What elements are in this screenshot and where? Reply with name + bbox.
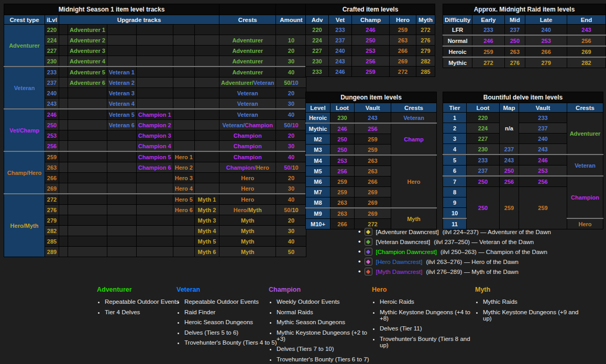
page: Midnight Season 1 item level tracks Cres…: [0, 0, 606, 364]
crest-part-1: Myth: [241, 249, 255, 255]
track-cell-adventurer: [68, 173, 107, 183]
track-cell-champion: Champion 5: [136, 151, 173, 162]
crest-link[interactable]: [Myth Dawncrest]: [376, 269, 423, 275]
col-header-loot: Loot: [467, 103, 500, 113]
crest-type-cell: Veteran: [4, 67, 45, 109]
track-cell-adventurer: Adventurer 5: [68, 67, 107, 78]
delve-tier-cell: 3: [443, 134, 467, 144]
track-cell-hero: Hero 2: [173, 162, 194, 173]
ilvl-cell: 243: [45, 98, 59, 109]
crest-part-1: Champion: [234, 133, 262, 139]
dungeon-level-cell: M8: [306, 197, 330, 208]
track-cell-hero: [173, 25, 194, 35]
amount-part-2: 10: [292, 207, 299, 213]
delve-vault-cell: 246: [519, 155, 567, 166]
track-cell-hero: [173, 35, 194, 46]
legend-item: •[Myth Dawncrest](ilvl 276–289) — Myth o…: [358, 267, 551, 277]
track-cell-hero: [173, 215, 194, 226]
track-cell-adventurer: Adventurer 1: [68, 25, 107, 35]
track-cell-veteran: [107, 130, 136, 141]
crest-link[interactable]: [Veteran Dawncrest]: [376, 239, 431, 245]
dungeon-vault-cell: 263: [355, 166, 391, 177]
delve-crest-cell: Adventurer: [567, 113, 603, 155]
dungeon-vault-cell: 269: [355, 208, 391, 219]
ilvl-cell: 256: [45, 141, 59, 152]
amount-part-1: 30: [288, 228, 294, 234]
legend-item: •[Veteran Dawncrest](ilvl 237–250) — Vet…: [358, 237, 551, 247]
bullet-icon: •: [358, 228, 361, 236]
ilvl-cell: 246: [45, 109, 59, 120]
crest-link[interactable]: [Champion Dawncrest]: [376, 249, 437, 255]
track-cell-veteran: [107, 141, 136, 152]
ilvl-cell: 240: [45, 88, 59, 98]
delve-loot-cell: 237: [467, 166, 500, 177]
crest-type-cell: Hero/Myth: [4, 194, 45, 257]
track-cell-veteran: [107, 226, 136, 236]
crest-part-2: Myth: [248, 207, 262, 213]
amount-part-1: 20: [288, 90, 294, 96]
crafted-cell: 243: [329, 56, 352, 67]
source-item: Normal Raids: [277, 309, 373, 315]
delve-crest-cell: Champion: [567, 176, 603, 218]
ilvl-cell: 259: [45, 151, 59, 162]
dungeon-loot-cell: 259: [330, 177, 355, 187]
crest-link[interactable]: [Hero Dawncrest]: [376, 259, 423, 265]
track-cell-champion: [136, 236, 173, 247]
track-cell-hero: [173, 98, 194, 109]
amount-cell: 30: [276, 226, 306, 236]
crest-type-cell: Adventurer: [4, 25, 45, 67]
crafted-cell: 233: [306, 67, 329, 77]
crafted-cell: 240: [329, 46, 352, 56]
ilvl-cell: 227: [45, 46, 59, 56]
track-cell-myth: Myth 5: [194, 236, 219, 247]
legend-item: •[Hero Dawncrest](ilvl 263–276) — Hero o…: [358, 257, 551, 267]
amount-part-1: 20: [288, 217, 294, 224]
delve-vault-cell: 240: [519, 134, 567, 144]
delve-map-cell: 237: [500, 144, 519, 155]
ilvl-cell: 272: [45, 194, 59, 205]
raid-value-cell: 240: [525, 25, 567, 36]
dungeon-loot-cell: 230: [330, 113, 355, 124]
track-cell-champion: [136, 67, 173, 78]
dungeon-loot-cell: 250: [330, 145, 355, 156]
delve-map-cell: 259: [500, 187, 519, 229]
delve-loot-cell: 220: [467, 113, 500, 123]
sources-list: Heroic Raids Mythic Keystone Dungeons (+…: [372, 299, 477, 348]
delve-crest-cell: Veteran: [567, 155, 603, 176]
dungeon-level-cell: M3: [306, 145, 330, 156]
crest-part-1: Champion: [234, 154, 262, 160]
track-cell-adventurer: Adventurer 3: [68, 46, 107, 56]
crest-icon: [365, 228, 372, 236]
amount-cell: 20: [276, 46, 306, 56]
crest-link[interactable]: [Adventurer Dawncrest]: [376, 229, 439, 235]
dungeon-level-cell: M6: [306, 177, 330, 187]
sources-header: Veteran: [177, 286, 281, 293]
source-item: Mythic Raids: [483, 299, 580, 305]
col-header-upgrade-tracks: Upgrade tracks: [59, 15, 219, 25]
crests-cell: [219, 25, 276, 35]
amount-part-1: 50/: [284, 207, 292, 213]
crafted-table-title: Crafted item levels: [306, 4, 435, 15]
crests-cell: Adventurer: [219, 46, 276, 56]
dungeon-vault-cell: 256: [355, 123, 391, 134]
track-cell-veteran: Veteran 4: [107, 98, 136, 109]
delve-loot-cell: 233: [467, 155, 500, 166]
amount-part-1: 50/: [284, 80, 292, 86]
delve-map-cell: 243: [500, 155, 519, 166]
track-cell-myth: [194, 183, 219, 194]
col-header-crest-type: Crest type: [4, 15, 45, 25]
delve-map-cell: n/a: [500, 113, 519, 144]
title-empty-cell: [219, 4, 276, 15]
track-cell-veteran: Veteran 1: [107, 67, 136, 78]
track-cell-adventurer: [68, 215, 107, 226]
raid-difficulty-cell: Normal: [443, 35, 472, 46]
crests-cell: Adventurer: [219, 56, 276, 67]
amount-cell: 20: [276, 173, 306, 183]
col-header-crests: Crests: [391, 103, 437, 113]
col-header-vault: Vault: [355, 103, 391, 113]
ilvl-cell: 289: [45, 247, 59, 257]
track-cell-champion: [136, 247, 173, 257]
track-cell-myth: [194, 109, 219, 120]
raid-value-cell: 263: [504, 46, 525, 57]
col-header-late: Late: [525, 15, 567, 25]
